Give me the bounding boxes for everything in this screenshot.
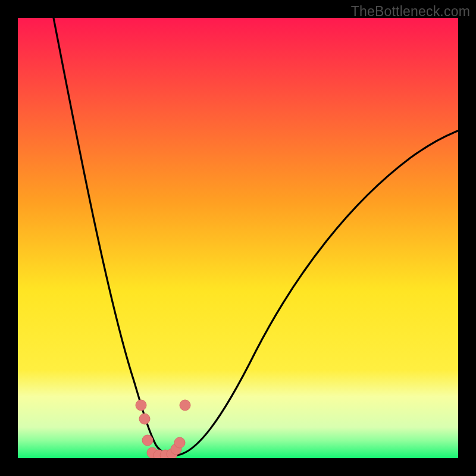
gradient-background bbox=[18, 18, 458, 458]
svg-point-8 bbox=[174, 437, 185, 448]
bottleneck-chart bbox=[18, 18, 458, 458]
chart-frame: TheBottleneck.com bbox=[0, 0, 476, 476]
svg-point-9 bbox=[180, 400, 190, 411]
svg-point-1 bbox=[139, 414, 150, 424]
svg-point-0 bbox=[136, 400, 146, 411]
watermark-text: TheBottleneck.com bbox=[351, 4, 470, 20]
svg-point-2 bbox=[142, 435, 153, 446]
